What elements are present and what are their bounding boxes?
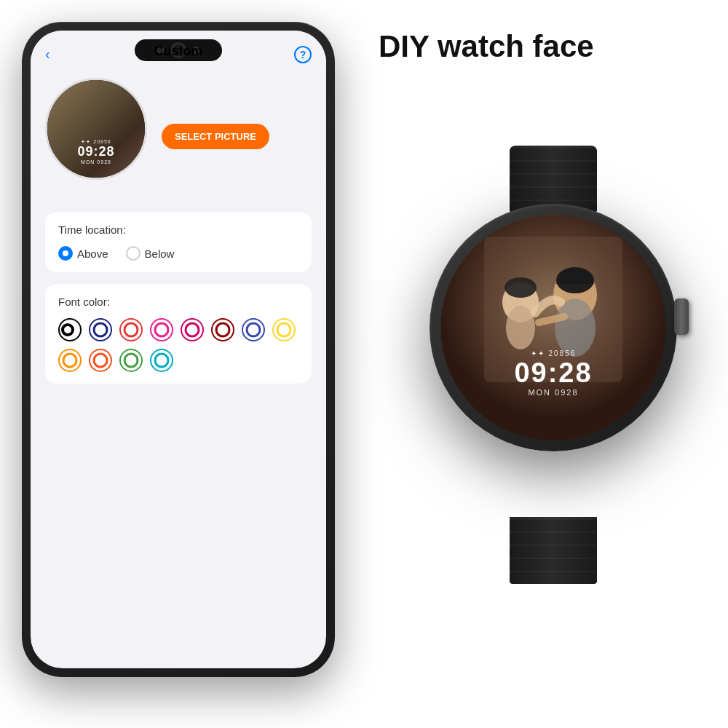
font-color-section: Font color: [45, 284, 312, 384]
radio-above-label: Above [77, 248, 108, 260]
radio-above-circle[interactable] [58, 246, 73, 261]
app-content: ✦✦ 20856 09:28 MON 0928 SELECT PICTURE T… [31, 71, 326, 410]
watch-preview-image: ✦✦ 20856 09:28 MON 0928 [47, 80, 145, 178]
radio-group: Above Below [58, 246, 298, 261]
color-cyan[interactable] [150, 349, 173, 372]
radio-below-label: Below [145, 248, 175, 260]
color-dark-blue[interactable] [89, 318, 112, 341]
color-magenta[interactable] [181, 318, 204, 341]
smartwatch-date: MON 0928 [514, 388, 592, 397]
svg-point-16 [506, 306, 535, 349]
color-orange-light[interactable] [58, 349, 82, 372]
svg-point-1 [64, 326, 71, 333]
smartwatch-container: ✦✦ 20856 09:28 MON 0928 [400, 146, 706, 684]
watch-bezel: ✦✦ 20856 09:28 MON 0928 [440, 215, 666, 440]
diy-title: DIY watch face [379, 29, 713, 64]
watch-band-bottom [510, 517, 597, 582]
smartwatch-steps: ✦✦ 20856 [514, 349, 592, 357]
svg-point-18 [555, 298, 596, 357]
preview-time: 09:28 [77, 145, 114, 159]
svg-point-3 [124, 323, 138, 336]
watch-crown [674, 298, 689, 335]
smartwatch-body: ✦✦ 20856 09:28 MON 0928 [430, 204, 677, 451]
watch-band-top [510, 146, 597, 211]
preview-steps: ✦✦ 20856 [77, 139, 114, 145]
time-location-section: Time location: Above Below [45, 212, 312, 272]
phone-body: ‹ Custom ? ✦✦ 20856 [22, 22, 335, 677]
font-color-label: Font color: [58, 296, 298, 308]
phone-mockup: ‹ Custom ? ✦✦ 20856 [22, 22, 335, 677]
color-green[interactable] [119, 349, 143, 372]
preview-time-display: ✦✦ 20856 09:28 MON 0928 [77, 139, 114, 165]
help-button[interactable]: ? [294, 46, 312, 63]
svg-point-12 [155, 354, 168, 367]
radio-above[interactable]: Above [58, 246, 108, 261]
svg-point-20 [505, 277, 537, 298]
phone-notch: ‹ Custom ? [31, 31, 326, 71]
smartwatch-time-overlay: ✦✦ 20856 09:28 MON 0928 [514, 349, 592, 397]
back-button[interactable]: ‹ [45, 46, 50, 63]
svg-point-4 [155, 323, 168, 336]
smartwatch-time: 09:28 [514, 359, 592, 387]
color-yellow[interactable] [272, 318, 296, 341]
svg-point-5 [186, 323, 199, 336]
color-black[interactable] [58, 318, 82, 341]
color-orange[interactable] [89, 349, 112, 372]
select-picture-button[interactable]: SELECT PICTURE [162, 124, 269, 149]
svg-point-9 [63, 354, 76, 367]
color-grid [58, 318, 298, 372]
radio-below[interactable]: Below [126, 246, 175, 261]
color-indigo[interactable] [242, 318, 265, 341]
preview-row: ✦✦ 20856 09:28 MON 0928 SELECT PICTURE [45, 78, 312, 194]
watch-face-preview: ✦✦ 20856 09:28 MON 0928 [45, 78, 147, 180]
phone-screen: ‹ Custom ? ✦✦ 20856 [31, 31, 326, 668]
color-dark-red[interactable] [211, 318, 234, 341]
color-red[interactable] [119, 318, 143, 341]
svg-point-11 [124, 354, 138, 367]
svg-point-2 [94, 323, 107, 336]
app-title: Custom [154, 44, 203, 59]
radio-below-circle[interactable] [126, 246, 141, 261]
svg-point-8 [277, 323, 290, 336]
smartwatch-face: ✦✦ 20856 09:28 MON 0928 [440, 215, 666, 440]
time-location-label: Time location: [58, 223, 298, 236]
color-pink[interactable] [150, 318, 173, 341]
right-side: DIY watch face [364, 29, 713, 86]
svg-point-7 [247, 323, 260, 336]
preview-date: MON 0928 [77, 159, 114, 165]
svg-point-6 [216, 323, 229, 336]
svg-point-10 [94, 354, 107, 367]
